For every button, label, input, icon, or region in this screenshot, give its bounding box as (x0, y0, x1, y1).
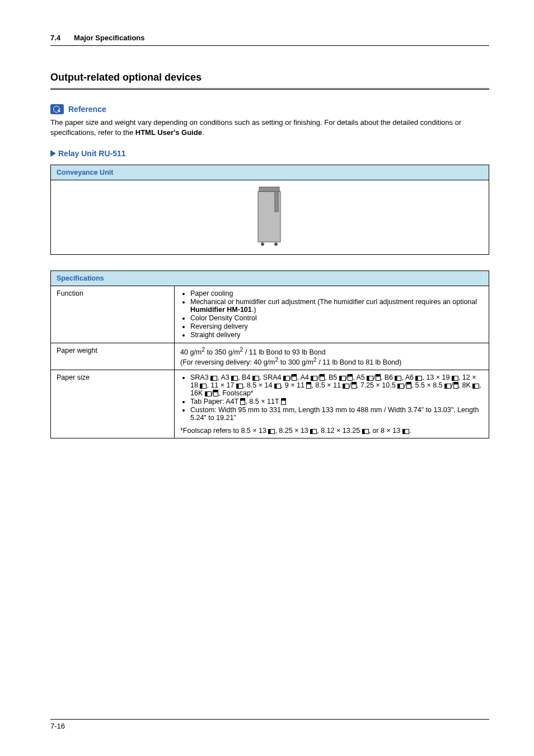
landscape-icon (205, 391, 212, 396)
landscape-icon (395, 376, 401, 381)
landscape-icon (210, 376, 217, 381)
portrait-icon (213, 390, 218, 396)
svg-rect-44 (352, 382, 356, 384)
conveyance-table: Conveyance Unit (50, 165, 489, 255)
svg-rect-68 (362, 429, 364, 433)
landscape-icon (402, 429, 409, 434)
reference-text: The paper size and weight vary depending… (50, 118, 461, 137)
text: Mechanical or humidifier curl adjustment… (190, 298, 477, 306)
svg-rect-50 (445, 384, 447, 388)
svg-rect-14 (292, 374, 297, 376)
running-header: 7.4Major Specifications (50, 34, 489, 42)
spec-label: Paper weight (51, 343, 175, 370)
svg-rect-46 (398, 384, 400, 388)
portrait-icon (281, 398, 286, 405)
svg-rect-64 (269, 429, 271, 433)
conveyance-image-cell (51, 180, 489, 255)
portrait-icon (292, 374, 297, 381)
svg-rect-20 (339, 376, 341, 380)
landscape-icon (415, 376, 422, 381)
landscape-icon (452, 376, 458, 381)
landscape-icon (231, 376, 238, 381)
reference-body: The paper size and weight vary depending… (50, 118, 489, 138)
portrait-icon (348, 374, 353, 381)
svg-rect-42 (343, 384, 345, 388)
spec-value: Paper cooling Mechanical or humidifier c… (175, 286, 489, 343)
list-item: Reversing delivery (190, 323, 483, 330)
portrait-icon (240, 398, 245, 405)
landscape-icon (310, 429, 317, 434)
svg-rect-40 (307, 382, 311, 384)
landscape-icon (444, 384, 451, 389)
landscape-icon (343, 384, 349, 389)
svg-rect-32 (452, 376, 454, 380)
section-number: 7.4 (50, 34, 60, 42)
svg-rect-56 (205, 391, 207, 396)
svg-rect-2 (275, 193, 278, 212)
svg-point-4 (274, 242, 278, 246)
text: / 11 lb Bond to 93 lb Bond (243, 349, 325, 357)
svg-rect-28 (395, 376, 397, 380)
spec-header: Specifications (51, 271, 489, 286)
section-underline (50, 88, 489, 90)
footnote: *Foolscap refers to 8.5 × 13 , 8.25 × 13… (180, 427, 483, 435)
svg-rect-58 (214, 390, 218, 392)
svg-rect-52 (453, 382, 458, 384)
spec-value: 40 g/m2 to 350 g/m2 / 11 lb Bond to 93 l… (175, 343, 489, 370)
svg-rect-34 (200, 384, 203, 388)
header-rule (50, 45, 489, 46)
landscape-icon (362, 429, 369, 434)
landscape-icon (283, 376, 290, 381)
svg-rect-36 (236, 384, 238, 388)
text: to 300 g/m (278, 358, 313, 366)
text: to 350 g/m (205, 349, 240, 357)
svg-rect-60 (241, 398, 245, 400)
svg-rect-48 (406, 382, 411, 384)
svg-point-3 (261, 242, 264, 246)
portrait-icon (406, 382, 411, 389)
text: / 11 lb Bond to 81 lb Bond) (317, 358, 402, 366)
list-item: Mechanical or humidifier curl adjustment… (190, 298, 483, 314)
landscape-icon (311, 376, 317, 381)
svg-rect-8 (232, 376, 234, 380)
spec-label: Function (51, 286, 175, 343)
reference-bold: HTML User's Guide (135, 128, 202, 137)
page-footer: 7-16 (50, 719, 489, 730)
portrait-icon (306, 382, 311, 389)
svg-rect-38 (274, 384, 277, 388)
portrait-icon (352, 382, 357, 389)
portrait-icon (376, 374, 381, 381)
spec-label: Paper size (51, 370, 175, 438)
text-bold: Humidifier HM-101 (190, 306, 252, 314)
sub-heading: Relay Unit RU-511 (50, 149, 489, 158)
list-item: Straight delivery (190, 331, 483, 339)
landscape-icon (367, 376, 373, 381)
list-item: Tab Paper: A4T , 8.5 × 11T (190, 398, 483, 405)
svg-rect-0 (259, 187, 279, 192)
svg-rect-18 (320, 374, 324, 376)
list-item: SRA3 , A3 , B4 , SRA4 /, A4 /, B5 /, A5 … (190, 374, 483, 397)
page-number: 7-16 (50, 722, 489, 730)
sub-heading-text: Relay Unit RU-511 (58, 149, 126, 158)
svg-rect-70 (402, 429, 405, 433)
svg-rect-24 (367, 376, 369, 380)
reference-text-end: . (202, 128, 204, 137)
text: .) (252, 306, 256, 314)
reference-label: Reference (68, 105, 106, 114)
svg-rect-22 (348, 374, 353, 376)
specifications-table: Specifications Function Paper cooling Me… (50, 270, 489, 438)
landscape-icon (472, 384, 479, 389)
conveyance-header: Conveyance Unit (51, 165, 489, 180)
text: 40 g/m (180, 349, 202, 357)
list-item: Custom: Width 95 mm to 331 mm, Length 13… (190, 406, 483, 422)
portrait-icon (320, 374, 325, 381)
landscape-icon (339, 376, 346, 381)
landscape-icon (397, 384, 404, 389)
svg-rect-66 (311, 429, 313, 433)
list-item: Paper cooling (190, 290, 483, 297)
list-item: Color Density Control (190, 314, 483, 322)
svg-rect-6 (211, 376, 213, 380)
triangle-icon (50, 150, 56, 157)
svg-rect-62 (281, 398, 285, 400)
portrait-icon (453, 382, 458, 389)
